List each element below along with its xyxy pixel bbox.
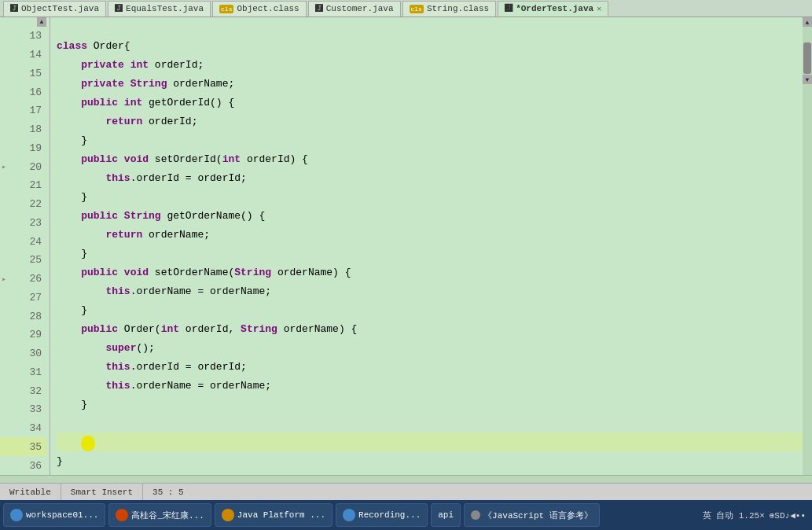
gutter-19: 19 xyxy=(0,138,46,157)
scroll-up-btn[interactable]: ▲ xyxy=(37,17,46,27)
code-line-17: public int getOrderId() { xyxy=(57,93,803,112)
js-icon xyxy=(471,510,480,520)
tab-objecttest[interactable]: 🅹 ObjectTest.java xyxy=(3,1,106,17)
gutter-18: 18 xyxy=(0,120,46,139)
scroll-down-button[interactable]: ▼ xyxy=(803,75,812,84)
system-tray: 英 自动 1.25× ⊕SD♪◀▪▪ xyxy=(703,510,809,521)
gutter-22: 22 xyxy=(0,195,46,214)
code-line-25: } xyxy=(57,244,803,263)
taskbar-js[interactable]: 《JavaScript 语言参考》 xyxy=(464,503,600,527)
tab-ordertest[interactable]: 🅹 *OrderTest.java ✕ xyxy=(498,1,608,17)
tab-icon-objectclass: cls xyxy=(219,5,233,13)
tab-objectclass[interactable]: cls Object.class xyxy=(212,1,307,17)
code-line-23: public String getOrderName() { xyxy=(57,206,803,225)
taskbar-workspace[interactable]: workspace01... xyxy=(3,503,105,527)
code-line-18: return orderId; xyxy=(57,112,803,131)
tab-equalstest[interactable]: 🅹 EqualsTest.java xyxy=(108,1,211,17)
fold-arrow-26[interactable]: ▸ xyxy=(2,274,6,284)
gutter-35: 35 xyxy=(0,437,46,456)
code-line-14: class Order{ xyxy=(57,36,803,55)
status-smart-insert: Smart Insert xyxy=(61,484,143,500)
code-line-16: private String orderName; xyxy=(57,74,803,93)
auto-label: 自动 1.25× xyxy=(716,510,765,521)
status-bar: Writable Smart Insert 35 : 5 xyxy=(0,483,812,500)
tab-bar: 🅹 ObjectTest.java 🅹 EqualsTest.java cls … xyxy=(0,0,812,17)
gutter-31: 31 xyxy=(0,363,46,381)
code-line-31: this.orderId = orderId; xyxy=(57,357,803,376)
gutter-33: 33 xyxy=(0,400,46,419)
java-icon xyxy=(222,509,234,521)
gutter-15: 15 xyxy=(0,64,46,83)
ppt-icon xyxy=(116,509,128,521)
code-editor[interactable]: class Order{ private int orderId; privat… xyxy=(50,17,803,475)
tab-icon-objecttest: 🅹 xyxy=(10,4,18,13)
code-line-21: this.orderId = orderId; xyxy=(57,168,803,187)
code-line-20: public void setOrderId(int orderId) { xyxy=(57,149,803,168)
tab-icon-equalstest: 🅹 xyxy=(115,4,123,13)
scrollbar-thumb[interactable] xyxy=(803,42,811,74)
gutter-28: 28 xyxy=(0,307,46,326)
code-line-28: } xyxy=(57,300,803,319)
gutter-34: 34 xyxy=(0,419,46,438)
gutter-27: 27 xyxy=(0,288,46,307)
ime-indicator[interactable]: 英 xyxy=(703,510,711,521)
fold-arrow-20[interactable]: ▸ xyxy=(2,162,6,171)
editor-area: ▲ 13 14 15 16 17 18 19 ▸ 20 21 22 23 24 … xyxy=(0,17,812,475)
gutter-14: 14 xyxy=(0,46,46,64)
gutter-20: ▸ 20 xyxy=(0,157,46,176)
taskbar: workspace01... 高桂谷_宋红康... Java Platform … xyxy=(0,500,812,530)
cursor xyxy=(81,436,95,451)
code-line-36: } xyxy=(57,451,803,470)
tab-icon-stringclass: cls xyxy=(410,5,424,13)
gutter-32: 32 xyxy=(0,381,46,400)
code-line-29: public Order(int orderId, String orderNa… xyxy=(57,319,803,338)
code-line-13 xyxy=(57,17,803,36)
extra-icons: ⊕SD♪◀▪▪ xyxy=(770,510,806,521)
taskbar-api[interactable]: api xyxy=(431,503,461,527)
code-line-24: return orderName; xyxy=(57,225,803,244)
gutter-13: 13 xyxy=(0,27,46,46)
gutter-29: 29 xyxy=(0,326,46,344)
tab-stringclass[interactable]: cls String.class xyxy=(402,1,497,17)
gutter-21: 21 xyxy=(0,176,46,195)
gutter-25: 25 xyxy=(0,251,46,270)
code-line-19: } xyxy=(57,131,803,149)
code-line-34 xyxy=(57,414,803,432)
recording-icon xyxy=(343,509,355,521)
vertical-scrollbar[interactable]: ▲ ▼ xyxy=(803,17,812,475)
gutter-23: 23 xyxy=(0,213,46,232)
code-line-35 xyxy=(57,432,803,451)
scroll-up-button[interactable]: ▲ xyxy=(803,17,812,27)
code-line-26: public void setOrderName(String orderNam… xyxy=(57,263,803,282)
code-line-33: } xyxy=(57,395,803,414)
taskbar-recording[interactable]: Recording... xyxy=(336,503,428,527)
taskbar-java[interactable]: Java Platform ... xyxy=(215,503,333,527)
tab-icon-customer: 🅹 xyxy=(315,4,323,13)
code-line-22: } xyxy=(57,187,803,206)
code-line-30: super(); xyxy=(57,338,803,357)
tab-close-ordertest[interactable]: ✕ xyxy=(597,4,601,13)
tab-customer[interactable]: 🅹 Customer.java xyxy=(308,1,401,17)
gutter-17: 17 xyxy=(0,101,46,120)
line-number-gutter: ▲ 13 14 15 16 17 18 19 ▸ 20 21 22 23 24 … xyxy=(0,17,50,475)
gutter-24: 24 xyxy=(0,232,46,251)
tab-icon-ordertest: 🅹 xyxy=(505,4,513,13)
workspace-icon xyxy=(10,509,23,521)
code-line-32: this.orderName = orderName; xyxy=(57,376,803,395)
horizontal-scrollbar[interactable] xyxy=(0,475,812,483)
code-line-27: this.orderName = orderName; xyxy=(57,282,803,300)
gutter-30: 30 xyxy=(0,344,46,363)
gutter-16: 16 xyxy=(0,83,46,101)
status-writable: Writable xyxy=(0,484,61,500)
taskbar-ppt[interactable]: 高桂谷_宋红康... xyxy=(108,503,211,527)
gutter-26: ▸ 26 xyxy=(0,270,46,289)
status-position: 35 : 5 xyxy=(143,484,193,500)
code-line-15: private int orderId; xyxy=(57,55,803,74)
gutter-36: 36 xyxy=(0,456,46,475)
